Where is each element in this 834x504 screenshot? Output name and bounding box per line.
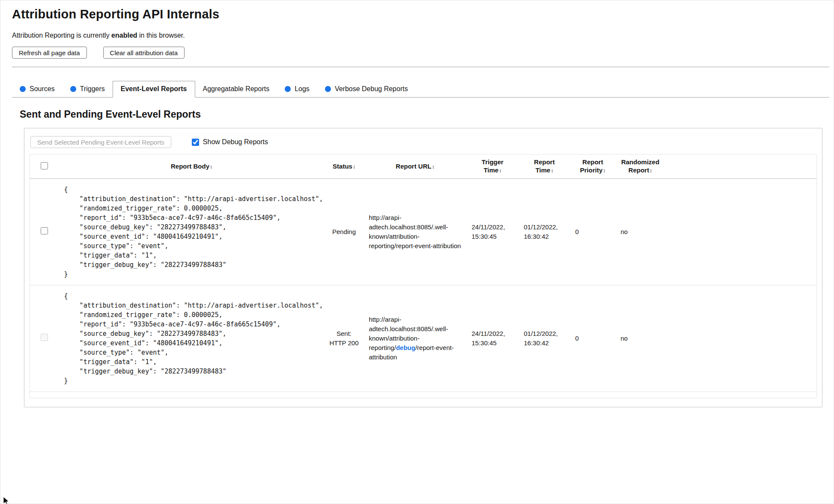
table-footer-row	[30, 392, 817, 398]
col-header-report-url[interactable]: Report URL↕	[364, 154, 467, 179]
select-all-cell	[30, 154, 59, 179]
panel-controls: Send Selected Pending Event-Level Report…	[30, 134, 817, 154]
attribution-internals-page: Attribution Reporting API Internals Attr…	[0, 0, 834, 504]
header-label: Randomized Report	[621, 158, 659, 174]
status-prefix: Attribution Reporting is currently	[12, 32, 111, 39]
header-label: Report Body	[171, 163, 209, 170]
report-body-json: { "attribution_destination": "http://ara…	[64, 291, 319, 385]
report-url: http://arapi-adtech.localhost:8085/.well…	[364, 179, 467, 285]
report-body-json: { "attribution_destination": "http://ara…	[64, 185, 319, 279]
mouse-cursor	[3, 497, 9, 504]
row-select-checkbox[interactable]	[41, 227, 48, 234]
trigger-time: 24/11/2022, 15:30:45	[467, 179, 519, 285]
tab-event-level-reports[interactable]: Event-Level Reports	[113, 81, 195, 98]
tab-triggers[interactable]: Triggers	[63, 81, 113, 97]
row-select-checkbox[interactable]	[41, 334, 48, 341]
tab-label: Event-Level Reports	[121, 85, 187, 93]
select-all-checkbox[interactable]	[41, 162, 48, 169]
report-time: 01/12/2022, 16:30:42	[519, 179, 570, 285]
report-priority: 0	[570, 285, 616, 392]
triggers-dot-icon	[70, 86, 76, 92]
refresh-all-button[interactable]: Refresh all page data	[12, 47, 87, 59]
col-header-report-priority[interactable]: Report Priority↕	[570, 154, 616, 179]
row-select-cell	[30, 179, 59, 285]
show-debug-checkbox[interactable]	[192, 139, 199, 146]
tab-logs[interactable]: Logs	[277, 81, 317, 97]
table-header-row: Report Body↕ Status↕ Report URL↕ Trigger…	[30, 154, 817, 179]
sort-icon: ↕	[603, 168, 605, 174]
verbose-debug-dot-icon	[325, 86, 331, 92]
col-header-status[interactable]: Status↕	[325, 154, 364, 179]
sort-icon: ↕	[649, 168, 652, 174]
sources-dot-icon	[20, 86, 26, 92]
tab-sources[interactable]: Sources	[12, 81, 63, 97]
clear-all-button[interactable]: Clear all attribution data	[103, 47, 185, 59]
report-row: { "attribution_destination": "http://ara…	[30, 179, 817, 285]
header-label: Report URL	[396, 163, 431, 170]
toolbar: Refresh all page data Clear all attribut…	[12, 47, 829, 59]
report-row: { "attribution_destination": "http://ara…	[30, 285, 817, 392]
tab-label: Logs	[295, 85, 310, 93]
sort-icon: ↕	[353, 164, 355, 170]
status-line: Attribution Reporting is currently enabl…	[12, 32, 829, 39]
tab-label: Triggers	[80, 85, 105, 93]
reports-table: Report Body↕ Status↕ Report URL↕ Trigger…	[30, 154, 817, 398]
logs-dot-icon	[285, 86, 291, 92]
section-heading: Sent and Pending Event-Level Reports	[20, 109, 829, 120]
header-label: Report Priority	[580, 158, 603, 174]
show-debug-toggle[interactable]: Show Debug Reports	[192, 138, 268, 146]
col-header-report-body[interactable]: Report Body↕	[59, 154, 325, 179]
reports-panel: Send Selected Pending Event-Level Report…	[24, 128, 822, 407]
report-priority: 0	[570, 179, 616, 285]
col-header-report-time[interactable]: Report Time↕	[519, 154, 570, 179]
send-selected-button[interactable]: Send Selected Pending Event-Level Report…	[30, 136, 171, 148]
report-body-cell: { "attribution_destination": "http://ara…	[59, 285, 325, 392]
page-title: Attribution Reporting API Internals	[12, 7, 829, 21]
randomized-report: no	[616, 179, 665, 285]
tab-strip: Sources Triggers Event-Level Reports Agg…	[12, 81, 829, 98]
report-time: 01/12/2022, 16:30:42	[519, 285, 570, 392]
show-debug-label: Show Debug Reports	[203, 138, 268, 146]
debug-path-highlight: debug	[396, 344, 415, 351]
sort-icon: ↕	[499, 168, 501, 174]
report-status: Sent: HTTP 200	[325, 285, 364, 392]
report-status: Pending	[325, 179, 364, 285]
divider	[12, 67, 829, 67]
trigger-time: 24/11/2022, 15:30:45	[467, 285, 519, 392]
col-header-trigger-time[interactable]: Trigger Time↕	[467, 154, 519, 179]
spacer-column	[665, 285, 817, 392]
sort-icon: ↕	[210, 164, 212, 170]
randomized-report: no	[616, 285, 665, 392]
tab-label: Sources	[30, 85, 55, 93]
sort-icon: ↕	[432, 164, 435, 170]
table-footer-spacer	[30, 392, 817, 398]
tab-label: Verbose Debug Reports	[335, 85, 408, 93]
status-suffix: in this browser.	[137, 32, 185, 39]
report-url: http://arapi-adtech.localhost:8085/.well…	[364, 285, 467, 392]
row-select-cell	[30, 285, 59, 392]
tab-aggregatable-reports[interactable]: Aggregatable Reports	[195, 81, 277, 97]
tab-label: Aggregatable Reports	[203, 85, 270, 93]
header-label: Status	[333, 163, 352, 170]
sort-icon: ↕	[551, 168, 553, 174]
spacer-column	[665, 154, 817, 179]
report-url-text: report-event-attribution	[396, 242, 461, 249]
spacer-column	[665, 179, 817, 285]
report-body-cell: { "attribution_destination": "http://ara…	[59, 179, 325, 285]
col-header-randomized-report[interactable]: Randomized Report↕	[616, 154, 665, 179]
status-emphasis: enabled	[111, 32, 137, 39]
tab-verbose-debug-reports[interactable]: Verbose Debug Reports	[317, 81, 416, 97]
